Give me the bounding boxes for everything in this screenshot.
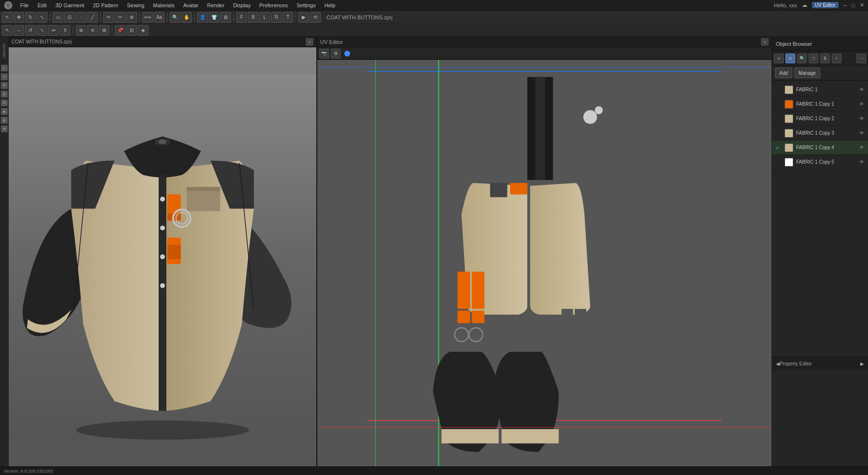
- tool-line[interactable]: ╱: [87, 12, 98, 23]
- menu-preferences[interactable]: Preferences: [256, 1, 292, 9]
- tool2-dart[interactable]: ◈: [138, 25, 149, 36]
- viewport-3d-canvas[interactable]: [9, 47, 316, 466]
- add-fabric-button[interactable]: Add: [775, 68, 792, 78]
- svg-point-34: [455, 328, 468, 341]
- property-editor-header[interactable]: ◀ Property Editor ▶: [772, 357, 868, 370]
- svg-rect-36: [562, 309, 573, 316]
- tool-cut[interactable]: ✂: [115, 12, 125, 23]
- sidebar-library[interactable]: L: [1, 65, 8, 71]
- sidebar-tool6[interactable]: ◈: [1, 117, 8, 124]
- tool-show-avatar[interactable]: 👤: [197, 12, 208, 23]
- menu-sewing[interactable]: Sewing: [123, 1, 148, 9]
- fabric-check-3: [775, 115, 782, 122]
- tool2-scale-uv[interactable]: ⤡: [37, 25, 47, 36]
- menu-avatar[interactable]: Avatar: [179, 1, 203, 9]
- fabric-eye-4[interactable]: 👁: [858, 130, 865, 137]
- fabric-eye-2[interactable]: 👁: [858, 101, 865, 108]
- ob-icon-plus[interactable]: +: [832, 54, 841, 63]
- fabric-item-5[interactable]: ✓ FABRIC 1 Copy 4 👁: [772, 140, 868, 155]
- tool-show-garment[interactable]: 👕: [209, 12, 219, 23]
- svg-point-7: [160, 196, 165, 201]
- menu-render[interactable]: Render: [203, 1, 229, 9]
- fabric-name-3: FABRIC 1 Copy 2: [796, 116, 855, 121]
- tool-view-back[interactable]: B: [248, 12, 258, 23]
- tool2-weld[interactable]: ⊗: [76, 25, 86, 36]
- tool-rotate[interactable]: ↻: [25, 12, 36, 23]
- tool2-relax[interactable]: ≋: [87, 25, 98, 36]
- toolbar-sep-3: [139, 13, 140, 22]
- fabric-item-6[interactable]: FABRIC 1 Copy 5 👁: [772, 155, 868, 169]
- tool2-flip-v[interactable]: ⇕: [60, 25, 70, 36]
- menu-file[interactable]: File: [16, 1, 33, 9]
- tool2-unwrap[interactable]: ⊞: [99, 25, 109, 36]
- tool-zoom[interactable]: 🔍: [170, 12, 180, 23]
- fabric-eye-5[interactable]: 👁: [858, 144, 865, 151]
- tool-pan[interactable]: ✋: [181, 12, 192, 23]
- tool-move[interactable]: ✥: [14, 12, 24, 23]
- svg-rect-12: [187, 187, 220, 191]
- tool-view-top[interactable]: T: [283, 12, 293, 23]
- tool-simulate[interactable]: ▶: [298, 12, 309, 23]
- menu-3d-garment[interactable]: 3D Garment: [52, 1, 88, 9]
- ob-icon-options[interactable]: ⋯: [856, 54, 866, 63]
- menu-edit[interactable]: Edit: [34, 1, 51, 9]
- sidebar-tool5[interactable]: ■: [1, 108, 8, 115]
- uv-canvas[interactable]: [317, 60, 772, 466]
- tool-measure[interactable]: ⟺: [142, 12, 153, 23]
- fabric-eye-1[interactable]: 👁: [858, 86, 865, 93]
- tool-select-arrow[interactable]: ↖: [2, 12, 13, 23]
- sidebar-tool4[interactable]: ⊟: [1, 99, 8, 106]
- sidebar-tool2[interactable]: ⟳: [1, 82, 8, 89]
- tool-view-right[interactable]: R: [271, 12, 282, 23]
- fabric-item-3[interactable]: FABRIC 1 Copy 2 👁: [772, 112, 868, 126]
- tool-select-rect[interactable]: ▭: [53, 12, 63, 23]
- sidebar-history[interactable]: HISTORY: [1, 39, 8, 63]
- uv-editor-close[interactable]: ×: [761, 38, 769, 46]
- window-maximize[interactable]: □: [852, 2, 855, 8]
- menu-display[interactable]: Display: [230, 1, 255, 9]
- tool2-move[interactable]: ↔: [14, 25, 24, 36]
- fabric-eye-3[interactable]: 👁: [858, 115, 865, 122]
- tool2-rotate-uv[interactable]: ↺: [25, 25, 36, 36]
- menu-settings[interactable]: Settings: [293, 1, 320, 9]
- tool-annotation[interactable]: Aa: [154, 12, 164, 23]
- object-browser-icons: ≡ ⊞ 🔍 ▽ ⇅ + ⋯: [772, 51, 868, 66]
- window-close[interactable]: ✕: [860, 2, 864, 8]
- fabric-item-1[interactable]: FABRIC 1 👁: [772, 83, 868, 97]
- tool-sew[interactable]: ⊕: [126, 12, 137, 23]
- tool2-select[interactable]: ↖: [2, 25, 13, 36]
- tool-scale[interactable]: ⤡: [37, 12, 47, 23]
- sidebar-tool3[interactable]: ⊞: [1, 91, 8, 98]
- uv-tool-settings[interactable]: ⚙: [331, 49, 340, 58]
- tool-view-front[interactable]: F: [236, 12, 247, 23]
- tool-reset[interactable]: ⟲: [310, 12, 321, 23]
- manage-button[interactable]: Manage: [794, 68, 820, 78]
- ob-icon-filter[interactable]: ▽: [809, 54, 818, 63]
- menu-materials[interactable]: Materials: [149, 1, 178, 9]
- window-minimize[interactable]: ─: [843, 2, 847, 8]
- ob-icon-search[interactable]: 🔍: [797, 54, 807, 63]
- fabric-item-4[interactable]: FABRIC 1 Copy 3 👁: [772, 126, 868, 140]
- tool-point[interactable]: ·: [76, 12, 86, 23]
- fabric-eye-6[interactable]: 👁: [858, 159, 865, 166]
- tool2-tuck[interactable]: ⊟: [126, 25, 137, 36]
- tool-select-lasso[interactable]: ⊡: [64, 12, 75, 23]
- ob-icon-list[interactable]: ≡: [774, 54, 784, 63]
- ob-icon-grid[interactable]: ⊞: [786, 54, 795, 63]
- tool-pen[interactable]: ✏: [103, 12, 114, 23]
- tool-show-both[interactable]: ⊞: [220, 12, 231, 23]
- menu-help[interactable]: Help: [321, 1, 339, 9]
- sidebar-tool7[interactable]: ★: [1, 126, 8, 132]
- tool2-pin[interactable]: 📌: [115, 25, 125, 36]
- sidebar-tool1[interactable]: ↖: [1, 73, 8, 80]
- toolbar2-sep-1: [73, 26, 73, 35]
- tool-view-left[interactable]: L: [259, 12, 270, 23]
- fabric-item-2[interactable]: FABRIC 1 Copy 1 👁: [772, 97, 868, 112]
- tool2-flip-h[interactable]: ⇔: [48, 25, 59, 36]
- viewport-3d-close[interactable]: ×: [306, 38, 313, 46]
- svg-rect-30: [458, 272, 470, 309]
- uv-tool-camera[interactable]: 📷: [319, 49, 329, 58]
- ob-icon-sort[interactable]: ⇅: [820, 54, 830, 63]
- menu-2d-pattern[interactable]: 2D Pattern: [89, 1, 122, 9]
- main-area: HISTORY L ↖ ⟳ ⊞ ⊟ ■ ◈ ★ COAT WITH BUTTON…: [0, 37, 868, 466]
